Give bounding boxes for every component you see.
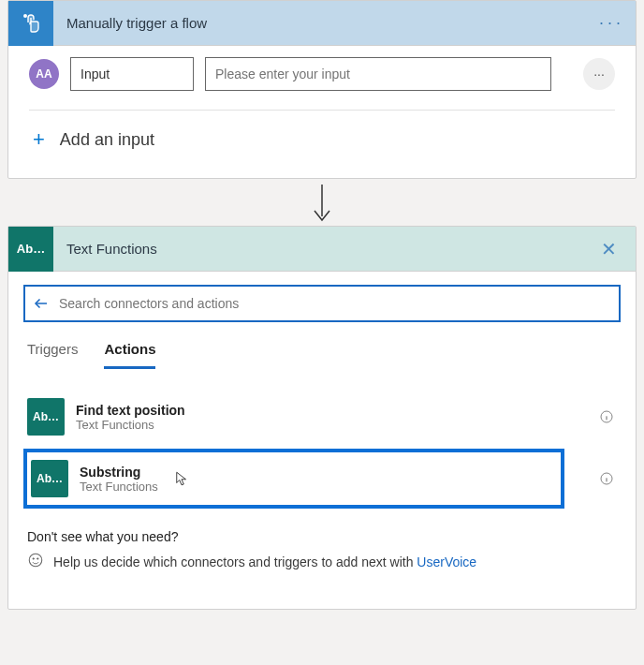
tab-triggers[interactable]: Triggers (27, 341, 78, 369)
action-name: Substring (80, 465, 158, 480)
action-connector: Text Functions (76, 418, 185, 432)
input-value-field[interactable] (205, 57, 551, 91)
info-icon[interactable] (598, 408, 615, 425)
info-icon[interactable] (598, 470, 615, 487)
text-functions-icon: Ab… (8, 227, 53, 272)
text-functions-icon: Ab… (27, 398, 65, 436)
picker-body: Triggers Actions Ab… Find text position … (8, 272, 636, 609)
action-find-text-position[interactable]: Ab… Find text position Text Functions (23, 391, 598, 443)
plus-icon: + (33, 127, 45, 152)
text-functions-icon: Ab… (31, 460, 68, 497)
back-arrow-icon[interactable] (31, 295, 51, 312)
trigger-menu-button[interactable]: ··· (599, 13, 624, 33)
smile-icon (27, 552, 44, 571)
action-connector: Text Functions (80, 480, 158, 494)
uservoice-link[interactable]: UserVoice (417, 554, 476, 569)
footer-help-text: Help us decide which connectors and trig… (53, 554, 476, 569)
picker-footer: Don't see what you need? Help us decide … (27, 529, 617, 571)
svg-point-9 (29, 554, 42, 567)
action-list: Ab… Find text position Text Functions Ab… (23, 391, 621, 509)
action-name: Find text position (76, 403, 185, 418)
svg-point-11 (37, 558, 39, 560)
trigger-title: Manually trigger a flow (53, 15, 599, 31)
trigger-card: Manually trigger a flow ··· AA ··· + Add… (7, 0, 637, 179)
close-button[interactable]: ✕ (593, 234, 624, 264)
tab-actions[interactable]: Actions (104, 341, 155, 369)
svg-point-0 (23, 14, 27, 18)
add-input-button[interactable]: + Add an input (29, 111, 615, 172)
picker-title: Text Functions (53, 241, 593, 257)
search-box (23, 285, 621, 322)
touch-icon (8, 1, 53, 46)
tabs: Triggers Actions (27, 341, 617, 370)
input-row: AA ··· (29, 57, 615, 91)
trigger-header: Manually trigger a flow ··· (8, 1, 636, 46)
input-name-field[interactable] (70, 57, 194, 91)
input-row-menu-button[interactable]: ··· (583, 58, 615, 90)
action-picker-card: Ab… Text Functions ✕ Triggers Actions Ab… (7, 226, 637, 610)
text-param-icon: AA (29, 59, 59, 89)
add-input-label: Add an input (60, 130, 154, 150)
footer-question: Don't see what you need? (27, 529, 617, 544)
action-substring[interactable]: Ab… Substring Text Functions (23, 449, 564, 509)
search-input[interactable] (51, 296, 611, 311)
trigger-body: AA ··· + Add an input (8, 46, 636, 178)
flow-arrow-icon (0, 183, 644, 224)
svg-point-10 (33, 558, 35, 560)
picker-header: Ab… Text Functions ✕ (8, 227, 636, 272)
